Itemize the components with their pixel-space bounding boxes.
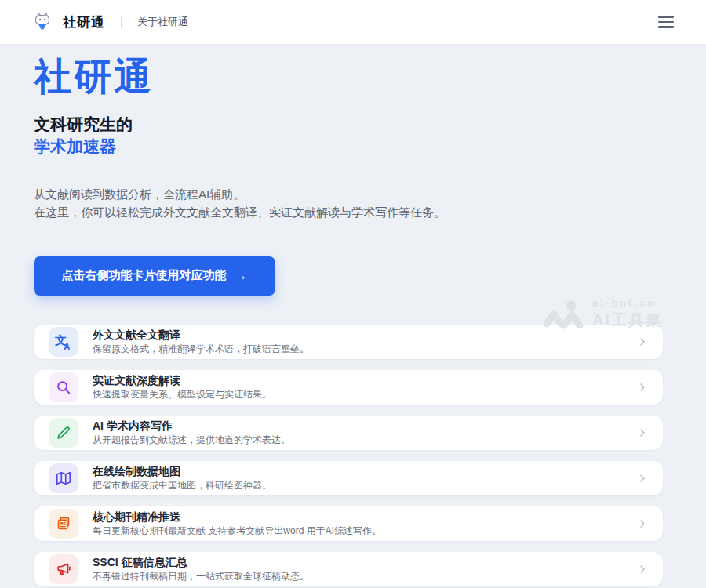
feature-title: 外文文献全文翻译: [93, 328, 636, 342]
page-title: 社研通: [34, 56, 663, 98]
hero-subtitle-line1: 文科研究生的: [34, 114, 663, 136]
navbar: 社研通 关于社研通: [0, 0, 706, 45]
feature-desc: 把省市数据变成中国地图，科研绘图神器。: [93, 480, 636, 491]
feature-card-map[interactable]: 在线绘制数据地图 把省市数据变成中国地图，科研绘图神器。: [34, 461, 663, 495]
feature-card-interpret[interactable]: 实证文献深度解读 快速提取变量关系、模型设定与实证结果。: [34, 370, 663, 405]
about-link[interactable]: 关于社研通: [137, 15, 188, 29]
hero-subtitle: 文科研究生的 学术加速器: [34, 114, 663, 158]
nav-divider: [121, 16, 122, 28]
pencil-icon: [49, 418, 78, 448]
map-icon: [49, 463, 78, 493]
hamburger-menu-icon[interactable]: [655, 13, 677, 31]
feature-card-translate[interactable]: 文 A 外文文献全文翻译 保留原文格式，精准翻译学术术语，打破语言壁垒。: [34, 325, 663, 359]
feature-title: SSCI 征稿信息汇总: [93, 556, 636, 569]
cta-label: 点击右侧功能卡片使用对应功能: [62, 268, 227, 283]
chevron-right-icon: [636, 426, 649, 439]
feature-desc: 不再错过特刊截稿日期，一站式获取全球征稿动态。: [93, 571, 636, 582]
chevron-right-icon: [636, 563, 649, 575]
feature-desc: 快速提取变量关系、模型设定与实证结果。: [93, 389, 636, 400]
cta-button[interactable]: 点击右侧功能卡片使用对应功能 →: [34, 256, 275, 296]
newspaper-icon: [49, 509, 78, 539]
arrow-right-icon: →: [235, 268, 248, 284]
chevron-right-icon: [636, 517, 649, 530]
feature-card-writing[interactable]: AI 学术内容写作 从开题报告到文献综述，提供地道的学术表达。: [34, 416, 663, 450]
feature-card-journal-push[interactable]: 核心期刊精准推送 每日更新核心期刊最新文献 支持参考文献导出word 用于AI综…: [34, 506, 663, 541]
brand-name: 社研通: [63, 13, 105, 31]
hero-description: 从文献阅读到数据分析，全流程AI辅助。 在这里，你可以轻松完成外文文献全文翻译、…: [34, 185, 663, 221]
cat-logo-icon: [33, 12, 52, 32]
watermark-url: ai-bot.cn: [592, 297, 656, 309]
feature-card-ssci[interactable]: SSCI 征稿信息汇总 不再错过特刊截稿日期，一站式获取全球征稿动态。: [34, 552, 663, 586]
feature-desc: 每日更新核心期刊最新文献 支持参考文献导出word 用于AI综述写作。: [93, 525, 636, 536]
main-content: 社研通 文科研究生的 学术加速器 从文献阅读到数据分析，全流程AI辅助。 在这里…: [0, 45, 706, 586]
chevron-right-icon: [636, 472, 649, 485]
feature-desc: 从开题报告到文献综述，提供地道的学术表达。: [93, 434, 636, 445]
nav-brand-group: 社研通 关于社研通: [33, 12, 188, 32]
feature-title: 在线绘制数据地图: [93, 465, 636, 478]
feature-title: 实证文献深度解读: [93, 374, 636, 387]
chevron-right-icon: [636, 381, 649, 394]
chevron-right-icon: [636, 336, 649, 348]
hero-subtitle-line2: 学术加速器: [34, 136, 663, 158]
translate-icon: 文 A: [49, 327, 78, 357]
feature-card-list: 文 A 外文文献全文翻译 保留原文格式，精准翻译学术术语，打破语言壁垒。 实证文…: [34, 325, 663, 586]
hero-desc-line2: 在这里，你可以轻松完成外文文献全文翻译、实证文献解读与学术写作等任务。: [34, 203, 663, 221]
megaphone-icon: [49, 554, 78, 584]
feature-title: AI 学术内容写作: [93, 419, 636, 433]
feature-title: 核心期刊精准推送: [93, 510, 636, 524]
search-icon: [49, 372, 78, 402]
hero-desc-line1: 从文献阅读到数据分析，全流程AI辅助。: [34, 185, 663, 203]
svg-text:A: A: [64, 342, 71, 351]
feature-desc: 保留原文格式，精准翻译学术术语，打破语言壁垒。: [93, 343, 636, 354]
